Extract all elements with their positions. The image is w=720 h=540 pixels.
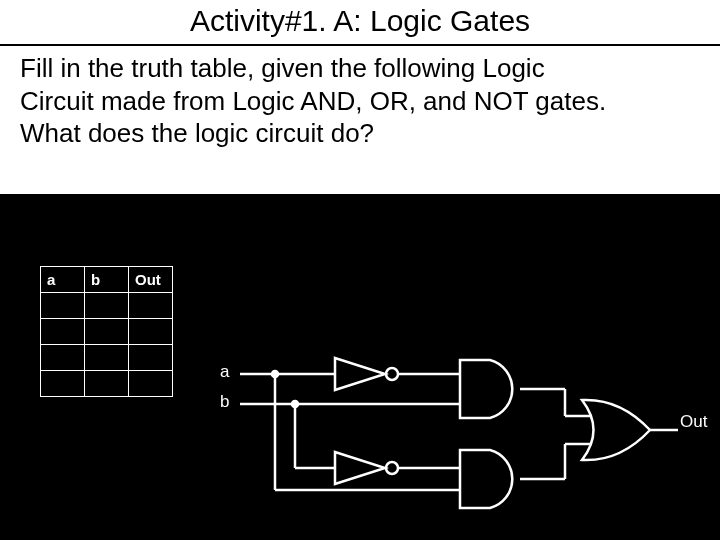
col-header-b: b xyxy=(85,267,129,293)
table-row xyxy=(41,345,173,371)
table-row xyxy=(41,319,173,345)
instructions-line-3: What does the logic circuit do? xyxy=(20,117,700,150)
circuit-svg xyxy=(220,350,720,530)
table-row xyxy=(41,371,173,397)
logic-circuit-diagram: a b Out xyxy=(220,350,720,530)
table-header-row: a b Out xyxy=(41,267,173,293)
instructions-line-1: Fill in the truth table, given the follo… xyxy=(20,52,700,85)
table-row xyxy=(41,293,173,319)
input-label-a: a xyxy=(220,362,229,382)
col-header-out: Out xyxy=(129,267,173,293)
instructions: Fill in the truth table, given the follo… xyxy=(0,46,720,194)
truth-table: a b Out xyxy=(40,266,173,397)
instructions-line-2: Circuit made from Logic AND, OR, and NOT… xyxy=(20,85,700,118)
input-label-b: b xyxy=(220,392,229,412)
col-header-a: a xyxy=(41,267,85,293)
slide-title: Activity#1. A: Logic Gates xyxy=(0,0,720,46)
output-label: Out xyxy=(680,412,707,432)
